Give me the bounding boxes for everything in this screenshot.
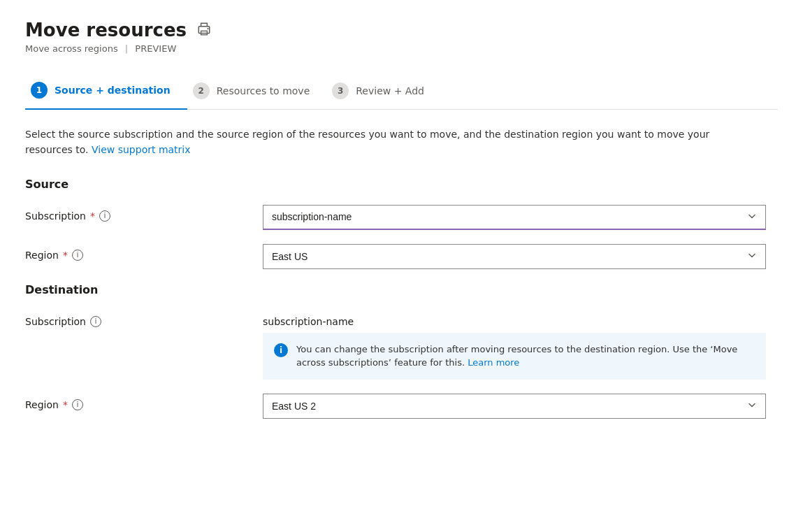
step-2-number: 2 bbox=[193, 82, 210, 99]
destination-subscription-value-block: subscription-name i You can change the s… bbox=[263, 310, 766, 380]
step-3-number: 3 bbox=[332, 82, 349, 99]
svg-rect-0 bbox=[198, 27, 209, 34]
destination-region-control: East US 2 East US West US West US 2 Nort… bbox=[263, 394, 766, 419]
source-section-title: Source bbox=[25, 178, 778, 191]
page-header: Move resources bbox=[25, 20, 778, 41]
destination-subscription-value: subscription-name bbox=[263, 310, 766, 327]
source-subscription-control: subscription-name bbox=[263, 205, 766, 230]
destination-subscription-row: Subscription i subscription-name i You c… bbox=[25, 310, 778, 380]
required-indicator: * bbox=[90, 210, 95, 222]
destination-region-wrapper: East US 2 East US West US West US 2 Nort… bbox=[263, 394, 766, 419]
info-box-text: You can change the subscription after mo… bbox=[296, 343, 755, 370]
source-region-wrapper: East US East US 2 West US West US 2 Nort… bbox=[263, 244, 766, 269]
destination-region-row: Region * i East US 2 East US West US Wes… bbox=[25, 394, 778, 419]
page-title: Move resources bbox=[25, 20, 187, 41]
region-info-icon[interactable]: i bbox=[72, 250, 83, 261]
required-indicator: * bbox=[63, 399, 68, 410]
source-region-label: Region * i bbox=[25, 244, 263, 261]
step-3[interactable]: 3 Review + Add bbox=[326, 74, 441, 109]
info-box: i You can change the subscription after … bbox=[263, 333, 766, 380]
info-box-icon: i bbox=[274, 343, 288, 357]
source-subscription-wrapper: subscription-name bbox=[263, 205, 766, 230]
learn-more-link[interactable]: Learn more bbox=[468, 357, 519, 368]
source-subscription-row: Subscription * i subscription-name bbox=[25, 205, 778, 230]
dest-region-info-icon[interactable]: i bbox=[72, 399, 83, 410]
required-indicator: * bbox=[63, 250, 68, 261]
destination-section-title: Destination bbox=[25, 283, 778, 296]
step-3-label: Review + Add bbox=[356, 85, 424, 96]
destination-region-label: Region * i bbox=[25, 394, 263, 410]
svg-point-2 bbox=[207, 28, 208, 29]
source-region-select[interactable]: East US East US 2 West US West US 2 Nort… bbox=[263, 244, 766, 269]
source-subscription-label: Subscription * i bbox=[25, 205, 263, 222]
step-2[interactable]: 2 Resources to move bbox=[187, 74, 327, 109]
step-1-label: Source + destination bbox=[55, 85, 171, 96]
subscription-info-icon[interactable]: i bbox=[99, 210, 110, 222]
source-region-row: Region * i East US East US 2 West US Wes… bbox=[25, 244, 778, 269]
steps-bar: 1 Source + destination 2 Resources to mo… bbox=[25, 73, 778, 110]
description-block: Select the source subscription and the s… bbox=[25, 127, 759, 158]
source-region-control: East US East US 2 West US West US 2 Nort… bbox=[263, 244, 766, 269]
main-container: Move resources Move across regions | PRE… bbox=[0, 0, 803, 532]
source-subscription-select[interactable]: subscription-name bbox=[263, 205, 766, 230]
dest-subscription-info-icon[interactable]: i bbox=[90, 316, 101, 327]
step-1[interactable]: 1 Source + destination bbox=[25, 73, 187, 110]
destination-region-select[interactable]: East US 2 East US West US West US 2 Nort… bbox=[263, 394, 766, 419]
step-2-label: Resources to move bbox=[217, 85, 310, 96]
step-1-number: 1 bbox=[31, 82, 48, 99]
destination-subscription-label: Subscription i bbox=[25, 310, 263, 327]
support-matrix-link[interactable]: View support matrix bbox=[92, 144, 191, 155]
print-icon[interactable] bbox=[196, 20, 212, 41]
page-subtitle: Move across regions | PREVIEW bbox=[25, 43, 778, 54]
